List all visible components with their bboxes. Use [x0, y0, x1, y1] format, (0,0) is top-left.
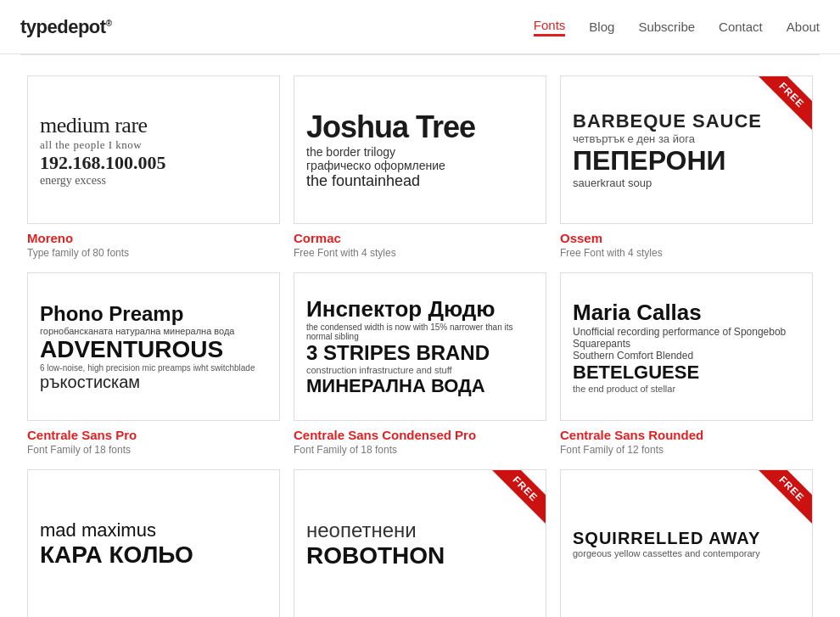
- font-preview-ossem[interactable]: BARBEQUE SAUCE четвъртък е ден за йога П…: [560, 76, 813, 224]
- font-desc-ossem: Free Font with 4 styles: [560, 247, 813, 259]
- preview-line: ADVENTUROUS: [40, 336, 267, 363]
- preview-line: sauerkraut soup: [573, 177, 800, 189]
- preview-line: the fountainhead: [306, 172, 534, 190]
- preview-line: energy excess: [40, 174, 267, 188]
- preview-line: Phono Preamp: [40, 302, 267, 326]
- preview-line: графическо оформление: [306, 159, 534, 172]
- font-preview-moreno[interactable]: medium rare all the people I know 192.16…: [27, 76, 280, 224]
- preview-line: gorgeous yellow cassettes and contempora…: [573, 548, 800, 558]
- font-card-bm: неопетнени ROBOTHON FREE: [287, 463, 553, 617]
- preview-line: the condensed width is now with 15% narr…: [306, 323, 534, 341]
- preview-line: construction infrastructure and stuff: [306, 365, 534, 375]
- font-desc-cormac: Free Font with 4 styles: [294, 247, 546, 259]
- font-card-br: SQUIRRELLED AWAY gorgeous yellow cassett…: [553, 463, 820, 617]
- font-preview-bl[interactable]: mad maximus КАРА КОЛЬО: [27, 469, 280, 617]
- preview-line: 6 low-noise, high precision mic preamps …: [40, 363, 267, 373]
- preview-line: Инспектор Дюдю: [306, 296, 534, 323]
- preview-line: medium rare: [40, 113, 267, 138]
- nav-fonts[interactable]: Fonts: [534, 18, 566, 36]
- preview-line: горнобансканата натурална минерална вода: [40, 326, 267, 336]
- font-preview-cscp[interactable]: Инспектор Дюдю the condensed width is no…: [294, 272, 546, 421]
- font-grid: medium rare all the people I know 192.16…: [0, 55, 840, 617]
- preview-line: Unofficial recording performance of Spon…: [573, 326, 800, 350]
- site-header: typedepot® Fonts Blog Subscribe Contact …: [0, 0, 840, 54]
- font-name-cscp[interactable]: Centrale Sans Condensed Pro: [294, 428, 546, 442]
- preview-line: ПЕПЕРОНИ: [573, 145, 800, 177]
- nav-blog[interactable]: Blog: [589, 20, 614, 34]
- font-name-ossem[interactable]: Ossem: [560, 231, 813, 245]
- font-preview-csp[interactable]: Phono Preamp горнобансканата натурална м…: [27, 272, 280, 421]
- main-nav: Fonts Blog Subscribe Contact About: [534, 18, 820, 36]
- nav-about[interactable]: About: [787, 20, 820, 34]
- font-desc-csr: Font Family of 12 fonts: [560, 444, 813, 456]
- preview-line: Maria Callas: [573, 300, 800, 326]
- free-badge-bm: FREE: [478, 470, 546, 538]
- preview-line: МИНЕРАЛНА ВОДА: [306, 375, 534, 397]
- font-desc-cscp: Font Family of 18 fonts: [294, 444, 546, 456]
- font-desc-moreno: Type family of 80 fonts: [27, 247, 280, 259]
- preview-line: 3 STRIPES BRAND: [306, 341, 534, 365]
- nav-contact[interactable]: Contact: [719, 20, 763, 34]
- font-preview-bm[interactable]: неопетнени ROBOTHON FREE: [294, 469, 546, 617]
- preview-line: ръкостискам: [40, 373, 267, 392]
- preview-line: Southern Comfort Blended: [573, 350, 800, 362]
- font-card-ossem: BARBEQUE SAUCE четвъртък е ден за йога П…: [553, 69, 820, 266]
- font-card-bl: mad maximus КАРА КОЛЬО: [20, 463, 287, 617]
- free-badge-br: FREE: [744, 470, 812, 538]
- preview-line: ROBOTHON: [306, 542, 534, 569]
- font-card-moreno: medium rare all the people I know 192.16…: [20, 69, 287, 266]
- font-name-moreno[interactable]: Moreno: [27, 231, 280, 245]
- font-preview-br[interactable]: SQUIRRELLED AWAY gorgeous yellow cassett…: [560, 469, 813, 617]
- preview-line: the border trilogy: [306, 145, 534, 159]
- free-badge-ossem: FREE: [744, 76, 812, 144]
- font-card-cormac: Joshua Tree the border trilogy графическ…: [287, 69, 553, 266]
- font-name-cormac[interactable]: Cormac: [294, 231, 546, 245]
- font-preview-cormac[interactable]: Joshua Tree the border trilogy графическ…: [294, 76, 546, 224]
- nav-subscribe[interactable]: Subscribe: [638, 20, 695, 34]
- font-preview-csr[interactable]: Maria Callas Unofficial recording perfor…: [560, 272, 813, 421]
- font-card-csp: Phono Preamp горнобансканата натурална м…: [20, 266, 287, 463]
- font-card-csr: Maria Callas Unofficial recording perfor…: [553, 266, 820, 463]
- site-logo[interactable]: typedepot®: [20, 16, 112, 38]
- preview-line: the end product of stellar: [573, 384, 800, 394]
- font-name-csp[interactable]: Centrale Sans Pro: [27, 428, 280, 442]
- font-desc-csp: Font Family of 18 fonts: [27, 444, 280, 456]
- preview-line: Joshua Tree: [306, 109, 534, 145]
- preview-line: mad maximus: [40, 519, 267, 541]
- preview-line: all the people I know: [40, 138, 267, 152]
- font-card-cscp: Инспектор Дюдю the condensed width is no…: [287, 266, 553, 463]
- preview-line: BETELGUESE: [573, 362, 800, 384]
- font-name-csr[interactable]: Centrale Sans Rounded: [560, 428, 813, 442]
- preview-line: 192.168.100.005: [40, 152, 267, 174]
- preview-line: КАРА КОЛЬО: [40, 541, 267, 569]
